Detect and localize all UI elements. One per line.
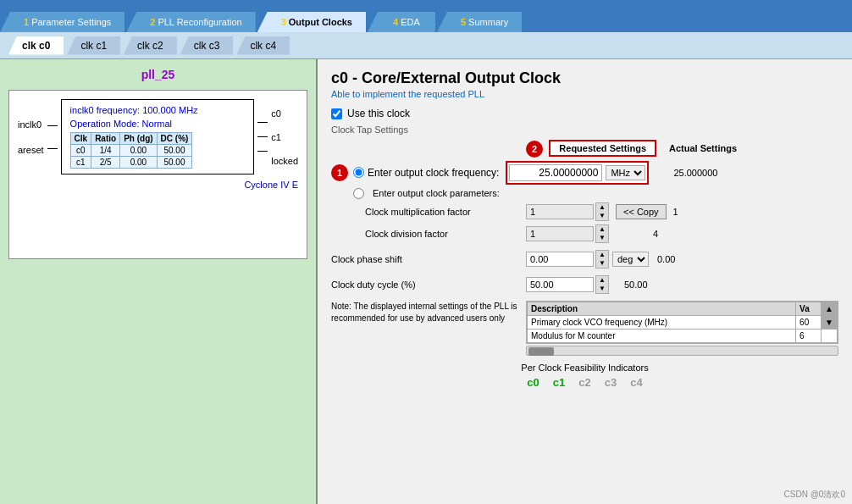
use-clock-row: Use this clock — [331, 108, 838, 119]
info-table: Description Va ▲ Primary clock VCO frequ… — [527, 302, 838, 343]
phase-spin-up[interactable]: ▲ — [596, 251, 608, 259]
scrollbar-thumb — [528, 347, 554, 356]
use-clock-label: Use this clock — [347, 108, 410, 119]
wire-locked — [257, 151, 268, 152]
port-c1: c1 — [271, 132, 298, 142]
phase-unit-select[interactable]: deg ps — [612, 252, 649, 267]
left-panel: pll_25 inclk0 areset inclk0 frequency: 1… — [0, 59, 318, 504]
info-table-wrapper: Description Va ▲ Primary clock VCO frequ… — [526, 301, 838, 344]
right-ports: c0 c1 locked — [271, 108, 298, 166]
requested-freq-box: MHz KHz — [506, 161, 649, 185]
cell-ph-c1: 0.00 — [120, 157, 157, 169]
cell-ratio-c0: 1/4 — [91, 145, 120, 157]
div-input[interactable] — [526, 226, 594, 241]
table-cell-val-0: 60 — [796, 315, 822, 329]
clock-tab-c4[interactable]: clk c4 — [236, 36, 290, 55]
table-row: c0 1/4 0.00 50.00 — [70, 145, 192, 157]
freq-input[interactable] — [509, 164, 602, 181]
feas-c0: c0 — [527, 376, 539, 389]
port-locked: locked — [271, 156, 298, 166]
requested-settings-header: Requested Settings — [549, 140, 656, 157]
table-cell-desc-0: Primary clock VCO frequency (MHz) — [528, 315, 796, 329]
duty-actual-value: 50.00 — [624, 280, 648, 290]
clock-subtitle: Able to implement the requested PLL — [331, 89, 838, 99]
clock-tab-c3[interactable]: clk c3 — [180, 36, 234, 55]
mult-input[interactable] — [526, 204, 594, 219]
right-panel: c0 - Core/External Output Clock Able to … — [318, 59, 852, 504]
horizontal-scrollbar[interactable] — [526, 346, 838, 356]
wire-areset — [47, 148, 58, 149]
table-row: c1 2/5 0.00 50.00 — [70, 157, 192, 169]
circle-1-badge: 1 — [331, 164, 348, 181]
main-content: pll_25 inclk0 areset inclk0 frequency: 1… — [0, 59, 852, 504]
phase-input[interactable] — [526, 252, 594, 267]
radio-params[interactable] — [353, 188, 364, 199]
tab-eda[interactable]: 4EDA — [368, 12, 435, 32]
mult-spin-down[interactable]: ▼ — [596, 212, 608, 220]
mult-spin-up[interactable]: ▲ — [596, 203, 608, 212]
clock-tab-c0[interactable]: clk c0 — [8, 36, 64, 55]
actual-freq-value: 25.000000 — [657, 168, 733, 178]
circle-2-badge: 2 — [526, 141, 543, 158]
duty-input[interactable] — [526, 277, 594, 292]
scroll-down-icon[interactable]: ▼ — [822, 315, 838, 329]
top-nav-bar: 1Parameter Settings 2PLL Reconfiguration… — [0, 0, 852, 32]
clock-tab-c2[interactable]: clk c2 — [124, 36, 177, 55]
table-row: Modulus for M counter 6 — [528, 329, 838, 342]
div-spin-up[interactable]: ▲ — [596, 225, 608, 234]
cell-ph-c0: 0.00 — [120, 145, 157, 157]
clock-tab-c1[interactable]: clk c1 — [67, 36, 120, 55]
settings-headers: 2 Requested Settings Actual Settings — [331, 140, 838, 158]
phase-spin-down[interactable]: ▼ — [596, 259, 608, 268]
table-col-va: Va — [796, 302, 822, 315]
port-c0: c0 — [271, 108, 298, 119]
div-actual-value: 4 — [653, 229, 658, 239]
tab-output-clocks[interactable]: 3Output Clocks — [257, 12, 366, 32]
radio-freq[interactable] — [353, 167, 364, 178]
tab-summary[interactable]: 5Summary — [437, 12, 522, 32]
feas-c1: c1 — [553, 376, 565, 389]
note-text: Note: The displayed internal settings of… — [331, 301, 517, 356]
div-factor-row: Clock division factor ▲ ▼ 4 — [365, 224, 838, 243]
scroll-up-icon[interactable]: ▲ — [822, 302, 838, 315]
duty-spinner[interactable]: ▲ ▼ — [595, 275, 609, 294]
mult-factor-row: Clock multiplication factor ▲ ▼ << Copy … — [365, 202, 838, 221]
tab-parameter-settings[interactable]: 1Parameter Settings — [0, 12, 124, 32]
feasibility-clocks: c0 c1 c2 c3 c4 — [331, 376, 838, 389]
cell-dc-c0: 50.00 — [157, 145, 192, 157]
radio-params-label: Enter output clock parameters: — [373, 188, 500, 198]
cell-clk-c1: c1 — [70, 157, 91, 169]
tab-pll-reconfig[interactable]: 2PLL Reconfiguration — [126, 12, 255, 32]
div-label: Clock division factor — [365, 229, 526, 239]
duty-label: Clock duty cycle (%) — [331, 280, 526, 290]
mult-spinner[interactable]: ▲ ▼ — [595, 202, 609, 221]
mult-actual-value: 1 — [673, 207, 678, 217]
div-spinner[interactable]: ▲ ▼ — [595, 224, 609, 243]
cell-dc-c1: 50.00 — [157, 157, 192, 169]
freq-unit-select[interactable]: MHz KHz — [606, 165, 645, 180]
div-spin-down[interactable]: ▼ — [596, 234, 608, 242]
pll-title: pll_25 — [8, 68, 307, 81]
clock-tabs-row: clk c0 clk c1 clk c2 clk c3 clk c4 — [0, 32, 852, 59]
note-section: Note: The displayed internal settings of… — [331, 301, 838, 356]
feas-c3: c3 — [605, 376, 617, 389]
duty-row: Clock duty cycle (%) ▲ ▼ 50.00 — [331, 275, 838, 294]
phase-spinner[interactable]: ▲ ▼ — [595, 250, 609, 269]
table-cell-val-1: 6 — [796, 329, 822, 342]
duty-spin-up[interactable]: ▲ — [596, 276, 608, 285]
opmode-info: Operation Mode: Normal — [70, 119, 246, 129]
copy-button[interactable]: << Copy — [616, 204, 667, 219]
duty-spin-down[interactable]: ▼ — [596, 285, 608, 293]
cell-ratio-c1: 2/5 — [91, 157, 120, 169]
use-clock-checkbox[interactable] — [331, 108, 342, 119]
table-col-description: Description — [528, 302, 796, 315]
feasibility-label: Per Clock Feasibility Indicators — [331, 363, 838, 373]
mult-label: Clock multiplication factor — [365, 207, 526, 217]
freq-radio-row: 1 Enter output clock frequency: MHz KHz … — [331, 161, 838, 185]
inclk-info: inclk0 frequency: 100.000 MHz — [70, 105, 246, 115]
schematic-diagram: inclk0 areset inclk0 frequency: 100.000 … — [8, 90, 307, 259]
phase-actual-value: 0.00 — [657, 254, 675, 264]
phase-label: Clock phase shift — [331, 254, 526, 264]
col-clk: Clk — [70, 133, 91, 145]
radio-freq-label: Enter output clock frequency: — [368, 167, 499, 179]
